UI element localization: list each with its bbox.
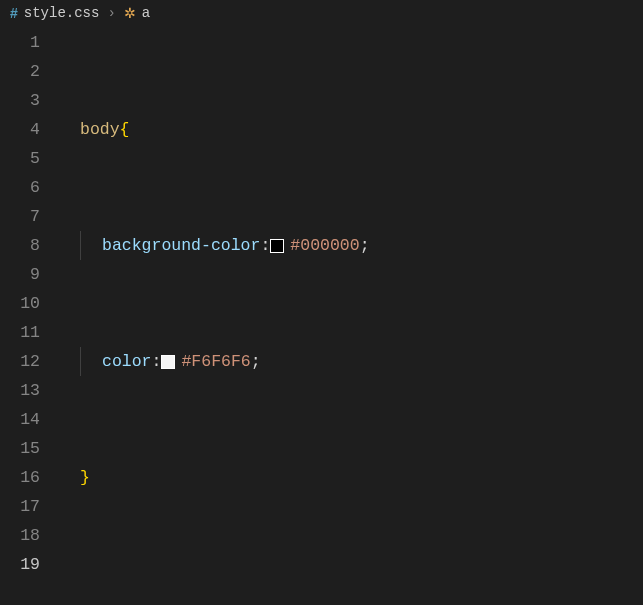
value: #000000 xyxy=(290,231,359,260)
property: background-color xyxy=(102,231,260,260)
color-swatch[interactable] xyxy=(161,355,175,369)
color-swatch[interactable] xyxy=(270,239,284,253)
value: #F6F6F6 xyxy=(181,347,250,376)
line-number: 12 xyxy=(0,347,40,376)
brace-open: { xyxy=(120,115,130,144)
line-number: 4 xyxy=(0,115,40,144)
line-number: 1 xyxy=(0,28,40,57)
line-number: 8 xyxy=(0,231,40,260)
code-area[interactable]: body { background-color: #000000; color:… xyxy=(58,26,370,605)
selector: body xyxy=(80,115,120,144)
line-number: 15 xyxy=(0,434,40,463)
line-number: 11 xyxy=(0,318,40,347)
line-number-gutter: 1 2 3 4 5 6 7 8 9 10 11 12 13 14 15 16 1… xyxy=(0,26,58,605)
breadcrumb-symbol[interactable]: a xyxy=(142,5,150,21)
breadcrumb[interactable]: # style.css › ✲ a xyxy=(0,0,643,26)
line-number: 5 xyxy=(0,144,40,173)
code-line[interactable]: } xyxy=(58,463,370,492)
line-number: 13 xyxy=(0,376,40,405)
line-number: 7 xyxy=(0,202,40,231)
css-selector-icon: ✲ xyxy=(124,5,136,21)
line-number: 2 xyxy=(0,57,40,86)
line-number: 3 xyxy=(0,86,40,115)
code-line[interactable] xyxy=(58,579,370,605)
line-number: 16 xyxy=(0,463,40,492)
code-line[interactable]: color: #F6F6F6; xyxy=(58,347,370,376)
breadcrumb-separator: › xyxy=(107,5,115,21)
line-number: 9 xyxy=(0,260,40,289)
property: color xyxy=(102,347,152,376)
breadcrumb-file[interactable]: style.css xyxy=(24,5,100,21)
line-number: 18 xyxy=(0,521,40,550)
line-number: 6 xyxy=(0,173,40,202)
brace-close: } xyxy=(80,463,90,492)
code-editor[interactable]: 1 2 3 4 5 6 7 8 9 10 11 12 13 14 15 16 1… xyxy=(0,26,643,605)
line-number: 10 xyxy=(0,289,40,318)
code-line[interactable]: background-color: #000000; xyxy=(58,231,370,260)
css-file-icon: # xyxy=(10,5,18,21)
line-number: 19 xyxy=(0,550,40,579)
code-line[interactable]: body { xyxy=(58,115,370,144)
line-number: 17 xyxy=(0,492,40,521)
line-number: 14 xyxy=(0,405,40,434)
